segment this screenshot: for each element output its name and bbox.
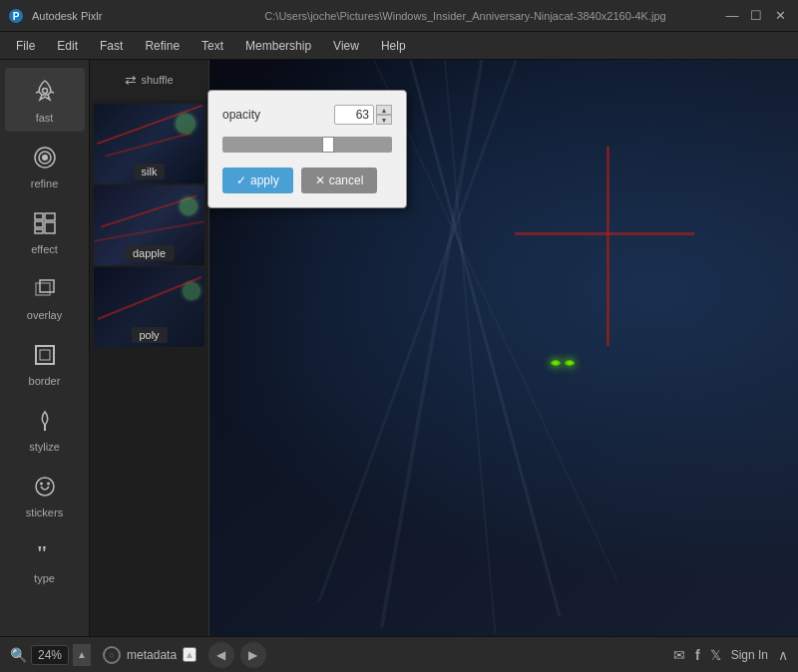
sidebar-label-refine: refine: [31, 177, 59, 189]
popup-buttons: ✓ apply ✕ cancel: [222, 168, 392, 193]
zoom-up-button[interactable]: ▲: [73, 644, 91, 666]
menu-membership[interactable]: Membership: [235, 35, 321, 57]
sidebar: fast refine ef: [0, 60, 90, 636]
cat-eye-right: [565, 360, 575, 366]
sidebar-item-fast[interactable]: fast: [5, 68, 85, 132]
metadata-circle-icon: ○: [103, 646, 121, 664]
apply-label: apply: [250, 173, 279, 187]
titlebar-controls: — ☐ ✕: [722, 6, 790, 26]
sidebar-label-stickers: stickers: [26, 506, 63, 518]
metadata-control: ○ metadata ▲: [103, 646, 197, 664]
svg-text:": ": [36, 540, 48, 565]
menu-edit[interactable]: Edit: [47, 35, 88, 57]
menu-file[interactable]: File: [6, 35, 45, 57]
cancel-button[interactable]: ✕ cancel: [301, 168, 378, 193]
svg-rect-8: [35, 229, 43, 233]
svg-text:P: P: [13, 11, 20, 22]
menu-fast[interactable]: Fast: [90, 35, 133, 57]
sidebar-label-overlay: overlay: [27, 309, 62, 321]
sidebar-item-overlay[interactable]: overlay: [5, 265, 85, 329]
sidebar-label-stylize: stylize: [29, 441, 60, 453]
sidebar-label-border: border: [29, 375, 61, 387]
overlay-icon: [29, 273, 61, 305]
menubar: File Edit Fast Refine Text Membership Vi…: [0, 32, 798, 60]
opacity-slider[interactable]: [222, 137, 392, 153]
maximize-button[interactable]: ☐: [746, 6, 766, 26]
sidebar-item-refine[interactable]: refine: [5, 134, 85, 197]
nav-prev-button[interactable]: ◀: [208, 642, 234, 668]
svg-point-5: [42, 155, 48, 161]
close-button[interactable]: ✕: [770, 6, 790, 26]
shuffle-label: shuffle: [141, 74, 173, 86]
nav-controls: ◀ ▶: [208, 642, 266, 668]
titlebar-filepath: C:\Users\joche\Pictures\Windows_Insider_…: [264, 10, 714, 22]
sidebar-label-fast: fast: [36, 112, 54, 124]
search-icon: 🔍: [10, 647, 27, 663]
sidebar-item-stylize[interactable]: stylize: [5, 397, 85, 461]
rocket-icon: [29, 76, 61, 108]
svg-point-2: [42, 89, 47, 94]
opacity-value-input[interactable]: [334, 105, 374, 125]
metadata-arrow-button[interactable]: ▲: [183, 647, 197, 662]
svg-rect-13: [36, 346, 54, 364]
social-links: ✉ f 𝕏 Sign In ∧: [673, 647, 788, 663]
facebook-icon[interactable]: f: [695, 647, 700, 663]
spin-up-button[interactable]: ▲: [376, 105, 392, 115]
shuffle-icon: ⇄: [125, 72, 137, 88]
cat-eye-left: [551, 360, 561, 366]
signin-button[interactable]: Sign In: [731, 648, 768, 662]
apply-button[interactable]: ✓ apply: [222, 168, 293, 193]
x-icon: ✕: [315, 173, 325, 187]
metadata-label: metadata: [127, 648, 177, 662]
shuffle-button[interactable]: ⇄ shuffle: [117, 68, 181, 92]
twitter-icon[interactable]: 𝕏: [710, 647, 721, 663]
svg-rect-6: [35, 213, 43, 219]
opacity-input-wrapper: ▲ ▼: [334, 105, 392, 125]
refine-icon: [29, 142, 61, 173]
main-layout: fast refine ef: [0, 60, 798, 636]
opacity-spinner: ▲ ▼: [376, 105, 392, 125]
sidebar-item-border[interactable]: border: [5, 331, 85, 395]
filter-label-silk: silk: [134, 164, 166, 179]
svg-rect-11: [36, 283, 50, 295]
app-icon: P: [8, 8, 24, 24]
effect-icon: [29, 207, 61, 239]
chevron-up-button[interactable]: ∧: [778, 647, 788, 663]
svg-rect-10: [45, 222, 55, 233]
sidebar-item-type[interactable]: " type: [5, 528, 85, 592]
type-icon: ": [29, 536, 61, 568]
menu-refine[interactable]: Refine: [135, 35, 190, 57]
svg-rect-7: [35, 221, 43, 227]
sidebar-item-stickers[interactable]: stickers: [5, 463, 85, 526]
zoom-control: 🔍 24% ▲: [10, 644, 91, 666]
menu-view[interactable]: View: [323, 35, 369, 57]
sidebar-item-effect[interactable]: effect: [5, 199, 85, 263]
nav-next-button[interactable]: ▶: [240, 642, 266, 668]
stickers-icon: [29, 471, 61, 503]
border-icon: [29, 339, 61, 371]
svg-point-15: [36, 478, 54, 496]
opacity-popup: opacity ▲ ▼ ✓ apply ✕: [207, 90, 407, 208]
filter-item-dapple[interactable]: dapple: [94, 185, 204, 265]
filter-label-dapple: dapple: [125, 245, 174, 261]
filter-item-silk[interactable]: silk: [94, 104, 204, 183]
win-cross-h: [515, 232, 694, 235]
titlebar: P Autodesk Pixlr C:\Users\joche\Pictures…: [0, 0, 798, 32]
menu-help[interactable]: Help: [371, 35, 416, 57]
email-icon[interactable]: ✉: [673, 647, 685, 663]
win-cross-v: [606, 147, 609, 346]
opacity-slider-container: [222, 137, 392, 156]
filter-list: silk dapple poly: [90, 100, 208, 636]
svg-point-16: [40, 483, 43, 486]
spin-down-button[interactable]: ▼: [376, 115, 392, 125]
opacity-row: opacity ▲ ▼: [222, 105, 392, 125]
titlebar-title: Autodesk Pixlr: [32, 10, 256, 22]
statusbar: 🔍 24% ▲ ○ metadata ▲ ◀ ▶ ✉ f 𝕏 Sign In ∧: [0, 636, 798, 672]
menu-text[interactable]: Text: [192, 35, 233, 57]
thumb-eye-1: [176, 114, 196, 134]
canvas-area: ⇄ shuffle silk: [90, 60, 798, 636]
sidebar-label-effect: effect: [31, 243, 58, 255]
filter-item-poly[interactable]: poly: [94, 267, 204, 347]
minimize-button[interactable]: —: [722, 6, 742, 26]
sidebar-label-type: type: [34, 572, 55, 584]
